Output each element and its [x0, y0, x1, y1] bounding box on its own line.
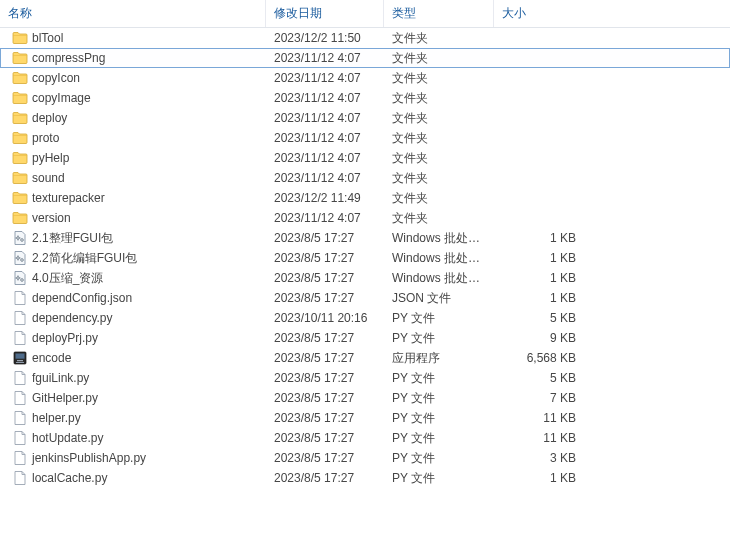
file-type-cell: PY 文件: [384, 430, 494, 447]
file-row[interactable]: localCache.py2023/8/5 17:27PY 文件1 KB: [0, 468, 730, 488]
file-row[interactable]: deployPrj.py2023/8/5 17:27PY 文件9 KB: [0, 328, 730, 348]
file-icon: [12, 430, 28, 446]
file-name-label: dependConfig.json: [32, 291, 132, 305]
file-type-cell: 文件夹: [384, 90, 494, 107]
file-row[interactable]: dependency.py2023/10/11 20:16PY 文件5 KB: [0, 308, 730, 328]
file-type-cell: 文件夹: [384, 30, 494, 47]
file-row[interactable]: sound2023/11/12 4:07文件夹: [0, 168, 730, 188]
file-row[interactable]: deploy2023/11/12 4:07文件夹: [0, 108, 730, 128]
file-icon: [12, 390, 28, 406]
file-name-cell: 2.2简化编辑FGUI包: [4, 250, 266, 267]
file-type-cell: 文件夹: [384, 130, 494, 147]
file-name-cell: deploy: [4, 110, 266, 126]
file-name-cell: hotUpdate.py: [4, 430, 266, 446]
file-date-cell: 2023/11/12 4:07: [266, 111, 384, 125]
folder-icon: [12, 190, 28, 206]
batch-file-icon: [12, 250, 28, 266]
file-name-cell: sound: [4, 170, 266, 186]
file-row[interactable]: 4.0压缩_资源2023/8/5 17:27Windows 批处理...1 KB: [0, 268, 730, 288]
column-header-modified[interactable]: 修改日期: [266, 0, 384, 27]
file-size-cell: 11 KB: [494, 411, 584, 425]
file-name-cell: jenkinsPublishApp.py: [4, 450, 266, 466]
file-date-cell: 2023/8/5 17:27: [266, 331, 384, 345]
file-name-label: texturepacker: [32, 191, 105, 205]
file-name-label: copyImage: [32, 91, 91, 105]
file-size-cell: 6,568 KB: [494, 351, 584, 365]
file-date-cell: 2023/8/5 17:27: [266, 451, 384, 465]
file-size-cell: 1 KB: [494, 471, 584, 485]
file-name-cell: blTool: [4, 30, 266, 46]
column-header-size-label: 大小: [502, 5, 526, 22]
file-size-cell: 9 KB: [494, 331, 584, 345]
file-type-cell: PY 文件: [384, 390, 494, 407]
file-name-cell: texturepacker: [4, 190, 266, 206]
file-name-label: 4.0压缩_资源: [32, 270, 103, 287]
file-row[interactable]: proto2023/11/12 4:07文件夹: [0, 128, 730, 148]
file-name-cell: fguiLink.py: [4, 370, 266, 386]
folder-icon: [12, 30, 28, 46]
file-type-cell: 文件夹: [384, 150, 494, 167]
file-type-cell: 文件夹: [384, 190, 494, 207]
file-name-cell: helper.py: [4, 410, 266, 426]
folder-icon: [12, 90, 28, 106]
file-name-cell: localCache.py: [4, 470, 266, 486]
file-name-label: fguiLink.py: [32, 371, 89, 385]
column-header-type[interactable]: 类型: [384, 0, 494, 27]
file-name-label: pyHelp: [32, 151, 69, 165]
file-name-label: blTool: [32, 31, 63, 45]
file-name-cell: 4.0压缩_资源: [4, 270, 266, 287]
file-date-cell: 2023/11/12 4:07: [266, 171, 384, 185]
file-type-cell: PY 文件: [384, 370, 494, 387]
file-type-cell: Windows 批处理...: [384, 230, 494, 247]
file-row[interactable]: blTool2023/12/2 11:50文件夹: [0, 28, 730, 48]
file-name-label: deploy: [32, 111, 67, 125]
file-row[interactable]: pyHelp2023/11/12 4:07文件夹: [0, 148, 730, 168]
file-row[interactable]: 2.1整理FGUI包2023/8/5 17:27Windows 批处理...1 …: [0, 228, 730, 248]
file-date-cell: 2023/8/5 17:27: [266, 291, 384, 305]
batch-file-icon: [12, 270, 28, 286]
file-size-cell: 11 KB: [494, 431, 584, 445]
file-date-cell: 2023/11/12 4:07: [266, 131, 384, 145]
file-name-label: encode: [32, 351, 71, 365]
file-row[interactable]: version2023/11/12 4:07文件夹: [0, 208, 730, 228]
file-name-cell: copyImage: [4, 90, 266, 106]
column-header-size[interactable]: 大小: [494, 0, 584, 27]
file-row[interactable]: encode2023/8/5 17:27应用程序6,568 KB: [0, 348, 730, 368]
file-row[interactable]: helper.py2023/8/5 17:27PY 文件11 KB: [0, 408, 730, 428]
folder-icon: [12, 210, 28, 226]
file-name-cell: copyIcon: [4, 70, 266, 86]
folder-icon: [12, 170, 28, 186]
folder-icon: [12, 50, 28, 66]
file-name-cell: proto: [4, 130, 266, 146]
file-row[interactable]: copyImage2023/11/12 4:07文件夹: [0, 88, 730, 108]
file-date-cell: 2023/11/12 4:07: [266, 71, 384, 85]
file-row[interactable]: jenkinsPublishApp.py2023/8/5 17:27PY 文件3…: [0, 448, 730, 468]
file-row[interactable]: texturepacker2023/12/2 11:49文件夹: [0, 188, 730, 208]
file-date-cell: 2023/8/5 17:27: [266, 431, 384, 445]
file-row[interactable]: GitHelper.py2023/8/5 17:27PY 文件7 KB: [0, 388, 730, 408]
file-name-label: deployPrj.py: [32, 331, 98, 345]
file-type-cell: 文件夹: [384, 50, 494, 67]
file-size-cell: 1 KB: [494, 251, 584, 265]
file-type-cell: 文件夹: [384, 110, 494, 127]
file-size-cell: 1 KB: [494, 291, 584, 305]
file-row[interactable]: fguiLink.py2023/8/5 17:27PY 文件5 KB: [0, 368, 730, 388]
file-row[interactable]: compressPng2023/11/12 4:07文件夹: [0, 48, 730, 68]
file-row[interactable]: 2.2简化编辑FGUI包2023/8/5 17:27Windows 批处理...…: [0, 248, 730, 268]
file-size-cell: 3 KB: [494, 451, 584, 465]
file-icon: [12, 410, 28, 426]
file-name-label: GitHelper.py: [32, 391, 98, 405]
file-list: blTool2023/12/2 11:50文件夹compressPng2023/…: [0, 28, 730, 488]
file-row[interactable]: copyIcon2023/11/12 4:07文件夹: [0, 68, 730, 88]
file-row[interactable]: dependConfig.json2023/8/5 17:27JSON 文件1 …: [0, 288, 730, 308]
file-date-cell: 2023/8/5 17:27: [266, 391, 384, 405]
file-name-label: helper.py: [32, 411, 81, 425]
file-type-cell: JSON 文件: [384, 290, 494, 307]
file-name-cell: dependency.py: [4, 310, 266, 326]
batch-file-icon: [12, 230, 28, 246]
file-icon: [12, 450, 28, 466]
file-size-cell: 5 KB: [494, 311, 584, 325]
file-row[interactable]: hotUpdate.py2023/8/5 17:27PY 文件11 KB: [0, 428, 730, 448]
file-icon: [12, 370, 28, 386]
column-header-name[interactable]: 名称: [0, 0, 266, 27]
